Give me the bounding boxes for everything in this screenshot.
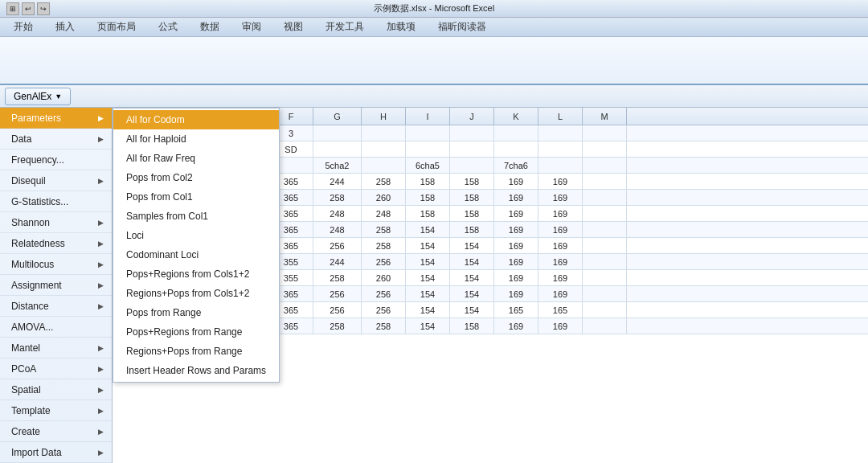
sidebar-item-template[interactable]: Template ▶ <box>0 400 112 421</box>
cell[interactable] <box>362 158 406 173</box>
cell[interactable]: 169 <box>538 174 583 189</box>
cell[interactable]: 158 <box>406 174 450 189</box>
cell[interactable]: 154 <box>450 302 494 318</box>
sidebar-item-amova[interactable]: AMOVA... <box>0 317 112 338</box>
cell[interactable]: 248 <box>313 206 362 221</box>
tab-data[interactable]: 数据 <box>190 17 230 36</box>
sidebar-item-parameters[interactable]: Parameters ▶ <box>0 108 112 129</box>
sidebar-item-shannon[interactable]: Shannon ▶ <box>0 212 112 233</box>
cell[interactable]: 7cha6 <box>494 158 538 173</box>
menu-item-regions-pops-range[interactable]: Regions+Pops from Range <box>113 342 279 361</box>
cell[interactable] <box>583 141 627 157</box>
cell[interactable]: 154 <box>450 238 494 253</box>
cell[interactable]: 244 <box>313 254 362 269</box>
tab-insert[interactable]: 插入 <box>45 17 85 36</box>
cell[interactable]: 154 <box>406 222 450 237</box>
cell[interactable] <box>362 141 406 157</box>
cell[interactable]: 256 <box>313 302 362 318</box>
tab-foxit[interactable]: 福昕阅读器 <box>428 17 497 36</box>
cell[interactable] <box>583 158 627 173</box>
cell[interactable] <box>583 270 627 285</box>
cell[interactable] <box>313 125 362 141</box>
cell[interactable]: 258 <box>362 222 406 237</box>
redo-icon[interactable]: ↪ <box>37 2 50 15</box>
cell[interactable]: 260 <box>362 190 406 205</box>
cell[interactable]: 158 <box>450 206 494 221</box>
cell[interactable]: 158 <box>450 190 494 205</box>
cell[interactable]: 154 <box>406 238 450 253</box>
sidebar-item-spatial[interactable]: Spatial ▶ <box>0 379 112 400</box>
cell[interactable]: 154 <box>450 286 494 301</box>
cell[interactable]: 154 <box>450 254 494 269</box>
cell[interactable]: 158 <box>406 206 450 221</box>
cell[interactable]: 154 <box>406 254 450 269</box>
menu-item-loci[interactable]: Loci <box>113 226 279 245</box>
cell[interactable] <box>583 254 627 269</box>
cell[interactable]: 169 <box>538 254 583 269</box>
sidebar-item-assignment[interactable]: Assignment ▶ <box>0 275 112 296</box>
undo-icon[interactable]: ↩ <box>22 2 35 15</box>
cell[interactable] <box>494 141 538 157</box>
cell[interactable]: 256 <box>362 302 406 318</box>
cell[interactable]: 258 <box>362 238 406 253</box>
sidebar-item-distance[interactable]: Distance ▶ <box>0 296 112 317</box>
cell[interactable]: 169 <box>494 254 538 269</box>
cell[interactable]: 258 <box>313 318 362 334</box>
sidebar-item-gstatistics[interactable]: G-Statistics... <box>0 191 112 212</box>
cell[interactable] <box>583 238 627 253</box>
sidebar-item-import-data[interactable]: Import Data ▶ <box>0 442 112 463</box>
menu-item-all-for-raw-freq[interactable]: All for Raw Freq <box>113 149 279 168</box>
menu-item-pops-regions-cols12[interactable]: Pops+Regions from Cols1+2 <box>113 264 279 284</box>
cell[interactable]: 258 <box>313 190 362 205</box>
cell[interactable]: 169 <box>494 286 538 301</box>
sidebar-item-data[interactable]: Data ▶ <box>0 129 112 150</box>
cell[interactable] <box>583 190 627 205</box>
cell[interactable]: 169 <box>494 190 538 205</box>
cell[interactable]: 256 <box>313 286 362 301</box>
cell[interactable]: 169 <box>494 238 538 253</box>
tab-formula[interactable]: 公式 <box>148 17 188 36</box>
cell[interactable]: 165 <box>494 302 538 318</box>
cell[interactable]: 158 <box>450 222 494 237</box>
cell[interactable] <box>494 125 538 141</box>
sidebar-item-disequil[interactable]: Disequil ▶ <box>0 170 112 191</box>
genaiex-button[interactable]: GenAlEx ▼ <box>5 88 71 105</box>
menu-item-pops-regions-range[interactable]: Pops+Regions from Range <box>113 322 279 342</box>
cell[interactable]: 248 <box>362 206 406 221</box>
cell[interactable]: 169 <box>538 238 583 253</box>
menu-item-all-for-haploid[interactable]: All for Haploid <box>113 129 279 149</box>
cell[interactable] <box>362 125 406 141</box>
cell[interactable]: 6cha5 <box>406 158 450 173</box>
cell[interactable] <box>538 141 583 157</box>
cell[interactable] <box>583 206 627 221</box>
cell[interactable] <box>538 125 583 141</box>
menu-item-pops-from-range[interactable]: Pops from Range <box>113 303 279 322</box>
menu-item-insert-header[interactable]: Insert Header Rows and Params <box>113 361 279 380</box>
cell[interactable]: 169 <box>538 270 583 285</box>
cell[interactable]: 154 <box>406 286 450 301</box>
cell[interactable]: 154 <box>406 318 450 334</box>
cell[interactable] <box>583 318 627 334</box>
cell[interactable]: 244 <box>313 174 362 189</box>
tab-dev-tools[interactable]: 开发工具 <box>315 17 375 36</box>
cell[interactable]: 169 <box>538 318 583 334</box>
menu-item-pops-from-col2[interactable]: Pops from Col2 <box>113 168 279 187</box>
cell[interactable]: 248 <box>313 222 362 237</box>
cell[interactable] <box>406 141 450 157</box>
menu-item-codominant-loci[interactable]: Codominant Loci <box>113 245 279 264</box>
cell[interactable] <box>538 158 583 173</box>
cell[interactable] <box>583 302 627 318</box>
cell[interactable] <box>583 286 627 301</box>
sidebar-item-relatedness[interactable]: Relatedness ▶ <box>0 233 112 254</box>
menu-item-regions-pops-cols12[interactable]: Regions+Pops from Cols1+2 <box>113 284 279 303</box>
cell[interactable] <box>406 125 450 141</box>
cell[interactable] <box>583 174 627 189</box>
cell[interactable] <box>313 141 362 157</box>
cell[interactable] <box>450 125 494 141</box>
tab-view[interactable]: 视图 <box>273 17 313 36</box>
sidebar-item-pcoa[interactable]: PCoA ▶ <box>0 359 112 379</box>
tab-review[interactable]: 审阅 <box>231 17 272 36</box>
title-bar-icons[interactable]: ⊞ ↩ ↪ <box>6 2 50 15</box>
cell[interactable] <box>583 222 627 237</box>
cell[interactable]: 256 <box>362 286 406 301</box>
